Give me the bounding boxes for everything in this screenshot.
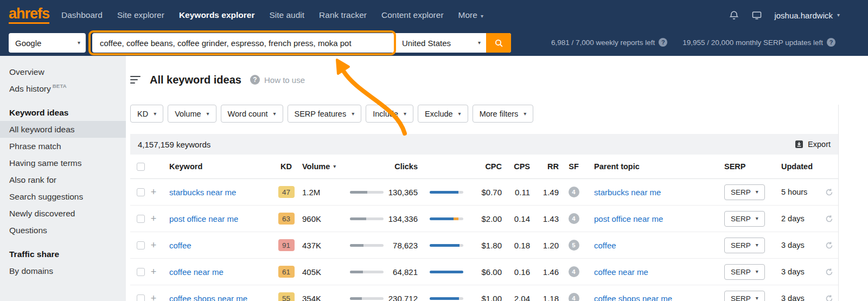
chevron-down-icon: ▾ xyxy=(478,40,481,46)
export-button[interactable]: Export xyxy=(795,140,831,149)
cps-value: 2.04 xyxy=(505,285,532,301)
ahrefs-logo[interactable]: ahrefs xyxy=(9,7,49,24)
sidebar-item-ads-history[interactable]: Ads historyBETA xyxy=(0,80,126,97)
serp-dropdown-button[interactable]: SERP▾ xyxy=(724,184,765,200)
search-button[interactable] xyxy=(486,33,511,53)
help-icon[interactable]: ? xyxy=(827,38,835,47)
table-row: + starbucks near me 47 1.2M 130,365 $0.7… xyxy=(130,179,838,206)
serp-dropdown-button[interactable]: SERP▾ xyxy=(724,238,765,253)
add-keyword-icon[interactable]: + xyxy=(151,214,157,223)
volume-value: 354K xyxy=(298,285,347,301)
row-checkbox[interactable] xyxy=(137,188,145,196)
parent-topic-link[interactable]: coffee shops near me xyxy=(594,294,672,301)
filter-volume[interactable]: Volume▾ xyxy=(168,105,216,123)
username: joshua.hardwick xyxy=(774,11,833,20)
filter-word-count[interactable]: Word count▾ xyxy=(221,105,283,123)
list-toggle-icon[interactable] xyxy=(130,76,141,84)
serp-dropdown-button[interactable]: SERP▾ xyxy=(724,291,765,301)
sidebar-item-by-domains[interactable]: By domains xyxy=(0,262,126,279)
main-content: All keyword ideas ? How to use KD▾Volume… xyxy=(126,56,868,301)
rr-value: 1.43 xyxy=(532,206,561,232)
nav-item-content-explorer[interactable]: Content explorer xyxy=(381,10,444,20)
serp-dropdown-button[interactable]: SERP▾ xyxy=(724,211,765,227)
refresh-icon[interactable] xyxy=(825,294,833,301)
keyword-link[interactable]: coffee near me xyxy=(169,267,224,277)
keyword-link[interactable]: coffee shops near me xyxy=(169,294,247,301)
select-all-checkbox[interactable] xyxy=(137,163,145,171)
parent-topic-link[interactable]: coffee xyxy=(594,241,616,250)
volume-bar xyxy=(350,297,384,300)
chevron-down-icon: ▾ xyxy=(756,216,758,221)
col-clicks[interactable]: Clicks xyxy=(385,155,420,178)
filter-include[interactable]: Include▾ xyxy=(366,105,413,123)
col-keyword[interactable]: Keyword xyxy=(161,155,274,178)
keyword-link[interactable]: coffee xyxy=(169,241,192,250)
cps-value: 0.14 xyxy=(505,206,532,232)
notifications-bell-icon[interactable] xyxy=(729,10,739,21)
nav-item-dashboard[interactable]: Dashboard xyxy=(61,10,103,20)
clicks-bar xyxy=(430,217,463,220)
keyword-query-input[interactable]: coffee, coffee beans, coffee grinder, es… xyxy=(92,33,394,53)
sidebar-item-also-rank-for[interactable]: Also rank for xyxy=(0,171,126,188)
col-sf[interactable]: SF xyxy=(561,155,586,178)
volume-bar xyxy=(350,244,384,247)
nav-item-keywords-explorer[interactable]: Keywords explorer xyxy=(179,10,255,20)
col-serp[interactable]: SERP xyxy=(722,155,776,178)
top-bars: ahrefs DashboardSite explorerKeywords ex… xyxy=(0,0,868,56)
sidebar-item-overview[interactable]: Overview xyxy=(0,63,126,80)
serp-dropdown-button[interactable]: SERP▾ xyxy=(724,264,765,280)
sidebar-item-having-same-terms[interactable]: Having same terms xyxy=(0,155,126,171)
sidebar-item-all-keyword-ideas[interactable]: All keyword ideas xyxy=(0,121,126,138)
refresh-icon[interactable] xyxy=(825,188,833,196)
chevron-down-icon: ▾ xyxy=(78,40,80,46)
col-kd[interactable]: KD xyxy=(274,155,298,178)
keyword-link[interactable]: post office near me xyxy=(169,214,238,223)
chevron-down-icon: ▾ xyxy=(756,269,758,274)
row-checkbox[interactable] xyxy=(137,215,145,223)
parent-topic-link[interactable]: starbucks near me xyxy=(594,188,661,197)
help-icon[interactable]: ? xyxy=(659,38,667,47)
nav-item-rank-tracker[interactable]: Rank tracker xyxy=(319,10,367,20)
col-updated[interactable]: Updated xyxy=(776,155,819,178)
search-engine-select[interactable]: Google ▾ xyxy=(9,33,86,53)
how-to-use-link[interactable]: ? How to use xyxy=(250,75,305,85)
sidebar: OverviewAds historyBETAKeyword ideasAll … xyxy=(0,56,126,301)
serp-features-count-badge: 4 xyxy=(569,266,579,277)
parent-topic-link[interactable]: post office near me xyxy=(594,214,663,223)
add-keyword-icon[interactable]: + xyxy=(151,240,157,250)
nav-item-site-audit[interactable]: Site audit xyxy=(269,10,304,20)
add-keyword-icon[interactable]: + xyxy=(151,187,157,197)
keyword-link[interactable]: starbucks near me xyxy=(169,188,236,197)
row-checkbox[interactable] xyxy=(137,268,145,276)
monitor-icon[interactable] xyxy=(751,10,762,21)
col-rr[interactable]: RR xyxy=(532,155,561,178)
nav-item-more[interactable]: More▾ xyxy=(458,10,483,20)
col-volume[interactable]: Volume▾ xyxy=(298,155,347,178)
page-title: All keyword ideas xyxy=(150,74,241,86)
filter-exclude[interactable]: Exclude▾ xyxy=(418,105,468,123)
sidebar-item-phrase-match[interactable]: Phrase match xyxy=(0,138,126,155)
row-checkbox[interactable] xyxy=(137,294,145,301)
user-account-menu[interactable]: joshua.hardwick ▾ xyxy=(774,11,840,20)
filter-serp-features[interactable]: SERP features▾ xyxy=(288,105,362,123)
sidebar-item-search-suggestions[interactable]: Search suggestions xyxy=(0,188,126,205)
col-parent-topic[interactable]: Parent topic xyxy=(586,155,722,178)
add-keyword-icon[interactable]: + xyxy=(151,293,157,301)
serp-features-count-badge: 5 xyxy=(569,240,579,251)
parent-topic-link[interactable]: coffee near me xyxy=(594,267,648,277)
cpc-value: $0.70 xyxy=(472,179,505,205)
nav-item-site-explorer[interactable]: Site explorer xyxy=(117,10,164,20)
col-cps[interactable]: CPS xyxy=(505,155,532,178)
refresh-icon[interactable] xyxy=(825,268,833,276)
clicks-bar xyxy=(430,244,463,247)
add-keyword-icon[interactable]: + xyxy=(151,267,157,277)
filter-kd[interactable]: KD▾ xyxy=(130,105,163,123)
sidebar-item-newly-discovered[interactable]: Newly discovered xyxy=(0,205,126,222)
row-checkbox[interactable] xyxy=(137,241,145,249)
filter-more-filters[interactable]: More filters▾ xyxy=(473,105,534,123)
col-cpc[interactable]: CPC xyxy=(472,155,505,178)
country-select[interactable]: United States ▾ xyxy=(394,33,486,53)
sidebar-item-questions[interactable]: Questions xyxy=(0,222,126,239)
refresh-icon[interactable] xyxy=(825,241,833,249)
refresh-icon[interactable] xyxy=(825,215,833,223)
